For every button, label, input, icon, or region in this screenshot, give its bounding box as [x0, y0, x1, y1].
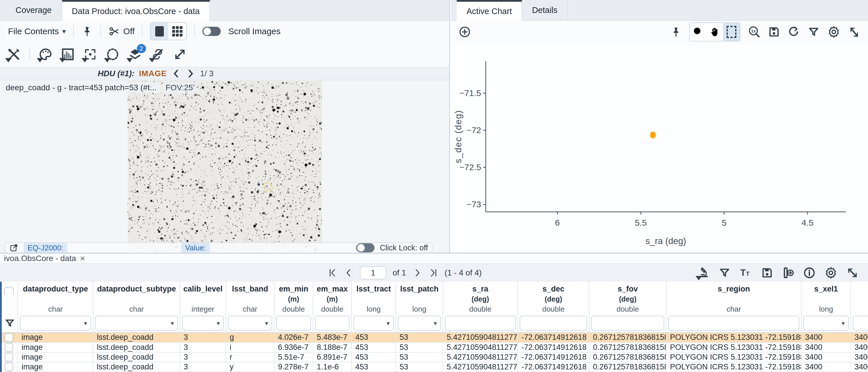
table-cell[interactable]: 53	[396, 333, 443, 342]
last-page-button[interactable]	[429, 268, 438, 278]
table-cell[interactable]: 53	[396, 342, 443, 352]
save-table-icon[interactable]	[761, 267, 773, 279]
pin-icon[interactable]	[81, 26, 93, 37]
table-cell[interactable]: POLYGON ICRS 5.123031 -72.159188 5.73	[666, 342, 801, 352]
table-cell[interactable]: 453	[351, 362, 396, 372]
table-cell[interactable]: 453	[351, 352, 396, 362]
table-row[interactable]: imagelsst.deep_coadd3i6.936e-78.188e-745…	[0, 342, 868, 352]
palette-icon[interactable]	[38, 48, 52, 61]
table-cell[interactable]: 453	[351, 333, 396, 342]
table-cell[interactable]: 3	[180, 352, 226, 362]
page-number-input[interactable]	[360, 266, 386, 279]
column-header-s_xe[interactable]: s_xelon	[851, 282, 868, 333]
table-cell[interactable]: 0.2671257818368158	[589, 362, 666, 372]
table-cell[interactable]: POLYGON ICRS 5.123031 -72.159188 5.73	[666, 333, 801, 342]
settings-icon[interactable]	[827, 25, 840, 38]
table-cell[interactable]: image	[18, 333, 93, 342]
table-cell[interactable]: 3400	[801, 352, 851, 362]
table-cell[interactable]: image	[18, 362, 93, 372]
table-row[interactable]: imagelsst.deep_coadd3g4.026e-75.483e-745…	[0, 333, 868, 342]
tab-details[interactable]: Details	[522, 0, 568, 20]
column-header-calib_level[interactable]: calib_levelinteger▾	[180, 282, 226, 333]
table-cell[interactable]: 9.278e-7	[274, 362, 313, 372]
table-cell[interactable]: 3	[180, 362, 226, 372]
table-cell[interactable]: lsst.deep_coadd	[93, 342, 180, 352]
table-cell[interactable]: y	[226, 362, 274, 372]
table-cell[interactable]: 3400	[851, 342, 868, 352]
table-cell[interactable]: 0.2671257818368158	[589, 342, 666, 352]
row-select-cell[interactable]	[0, 352, 18, 362]
column-header-s_dec[interactable]: s_dec(deg)double	[518, 282, 589, 333]
scroll-images-toggle[interactable]	[202, 27, 221, 36]
next-page-button[interactable]	[412, 268, 422, 278]
column-header-lsst_tract[interactable]: lsst_tractlong▾	[351, 282, 396, 333]
table-tab[interactable]: ivoa.ObsCore - data ×	[0, 253, 868, 264]
table-cell[interactable]: 6.936e-7	[274, 342, 313, 352]
expand-table-icon[interactable]	[846, 267, 859, 279]
restore-chart-icon[interactable]	[787, 26, 800, 38]
filter-input-lsst_tract[interactable]: ▾	[353, 316, 394, 331]
text-view-icon[interactable]: TT	[739, 266, 752, 279]
select-all-checkbox[interactable]	[4, 287, 14, 295]
tools-icon[interactable]	[7, 48, 21, 61]
filter-input-lsst_patch[interactable]: ▾	[398, 316, 441, 331]
table-cell[interactable]: 3400	[851, 333, 868, 342]
tab-data-product[interactable]: Data Product: ivoa.ObsCore - data	[62, 0, 210, 21]
scatter-chart[interactable]: −71.5−72−72.5−7365.554.5s_ra (deg)s_dec …	[451, 43, 868, 253]
first-page-button[interactable]	[328, 268, 337, 278]
recenter-icon[interactable]	[83, 48, 97, 61]
table-cell[interactable]: -72.063714912618	[518, 333, 589, 342]
single-view-button[interactable]	[151, 23, 168, 40]
select-region-icon[interactable]	[106, 48, 120, 61]
table-cell[interactable]: lsst.deep_coadd	[93, 333, 180, 342]
row-checkbox[interactable]	[5, 363, 13, 371]
filter-input-s_fov[interactable]	[591, 316, 664, 331]
microscope-icon[interactable]	[697, 267, 710, 279]
filter-input-em_min[interactable]	[276, 316, 311, 331]
table-cell[interactable]: 3	[180, 342, 226, 352]
save-chart-icon[interactable]	[768, 26, 780, 38]
pan-tool-button[interactable]	[707, 23, 723, 41]
row-checkbox[interactable]	[5, 333, 13, 342]
table-cell[interactable]: POLYGON ICRS 5.123031 -72.159188 5.73	[666, 352, 801, 362]
filter-chart-icon[interactable]	[808, 26, 820, 38]
fits-image-canvas[interactable]	[128, 81, 322, 252]
filter-input-s_dec[interactable]	[520, 316, 587, 331]
table-cell[interactable]: -72.063714912618	[518, 352, 589, 362]
table-cell[interactable]: 3400	[801, 342, 851, 352]
layers-icon[interactable]: 2	[128, 48, 142, 61]
table-settings-icon[interactable]	[824, 266, 838, 279]
prev-page-button[interactable]	[344, 268, 353, 278]
filter-input-dataproduct_subtype[interactable]: ▾	[95, 316, 178, 331]
row-checkbox[interactable]	[5, 353, 13, 361]
table-cell[interactable]: 453	[351, 342, 396, 352]
table-cell[interactable]: lsst.deep_coadd	[93, 352, 180, 362]
column-header-em_min[interactable]: em_min(m)double	[274, 282, 313, 333]
expand-icon[interactable]	[173, 48, 187, 61]
table-cell[interactable]: 53	[396, 362, 443, 372]
column-header-lsst_patch[interactable]: lsst_patchlong▾	[396, 282, 443, 333]
filter-input-s_region[interactable]	[668, 316, 799, 331]
table-cell[interactable]: 1.1e-6	[313, 362, 351, 372]
column-header-dataproduct_subtype[interactable]: dataproduct_subtypechar▾	[93, 282, 180, 333]
table-cell[interactable]: 5.4271059048112775	[443, 362, 518, 372]
zoom-in-tool-button[interactable]	[690, 23, 707, 41]
hdu-next-button[interactable]	[186, 69, 195, 79]
table-cell[interactable]: 5.4271059048112775	[443, 342, 518, 352]
filter-input-calib_level[interactable]: ▾	[182, 316, 224, 331]
hdu-prev-button[interactable]	[171, 69, 181, 79]
filter-input-em_max[interactable]	[315, 316, 349, 331]
add-chart-button[interactable]	[459, 26, 471, 38]
table-cell[interactable]: -72.063714912618	[518, 362, 589, 372]
filter-input-s_xe[interactable]	[853, 316, 868, 331]
unlink-icon[interactable]	[151, 48, 164, 61]
table-cell[interactable]: 5.4271059048112775	[443, 352, 518, 362]
select-all-header[interactable]	[0, 282, 18, 333]
column-header-s_fov[interactable]: s_fov(deg)double	[589, 282, 666, 333]
table-cell[interactable]: -72.063714912618	[518, 342, 589, 352]
table-cell[interactable]: 3400	[851, 362, 868, 372]
table-cell[interactable]: 0.2671257818368158	[589, 333, 666, 342]
table-cell[interactable]: 5.4271059048112775	[443, 333, 518, 342]
tab-coverage[interactable]: Coverage	[6, 0, 62, 20]
column-header-dataproduct_type[interactable]: dataproduct_typechar▾	[18, 282, 93, 333]
